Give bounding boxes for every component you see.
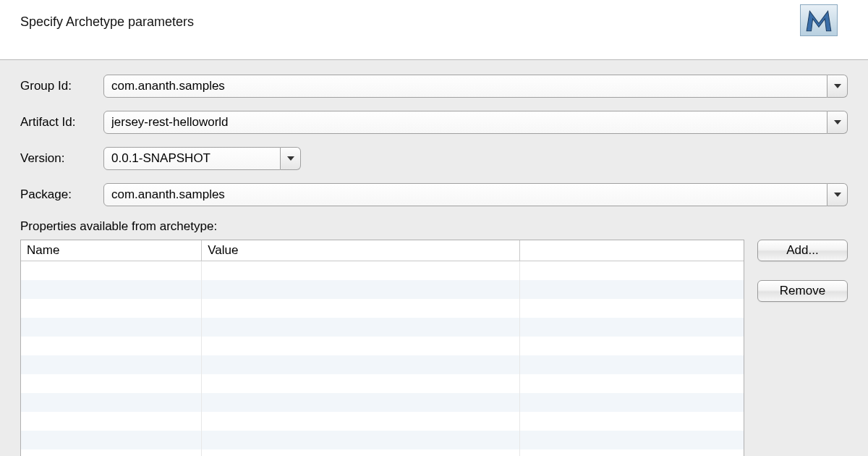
table-row[interactable] — [21, 393, 744, 412]
column-header-value[interactable]: Value — [202, 240, 520, 261]
row-package: Package: — [20, 183, 848, 206]
package-dropdown-button[interactable] — [827, 183, 848, 206]
row-group-id: Group Id: — [20, 75, 848, 98]
table-row[interactable] — [21, 299, 744, 318]
package-input[interactable] — [103, 183, 827, 206]
side-buttons: Add... Remove — [757, 240, 848, 302]
artifact-id-dropdown-button[interactable] — [827, 111, 848, 134]
version-dropdown-button[interactable] — [281, 147, 301, 170]
label-artifact-id: Artifact Id: — [20, 115, 103, 130]
artifact-id-input[interactable] — [103, 111, 827, 134]
row-artifact-id: Artifact Id: — [20, 111, 848, 134]
table-row[interactable] — [21, 337, 744, 355]
maven-m-icon — [800, 4, 838, 36]
table-row[interactable] — [21, 374, 744, 393]
chevron-down-icon — [834, 84, 841, 88]
group-id-input[interactable] — [103, 75, 827, 98]
combo-artifact-id — [103, 111, 848, 134]
column-header-empty[interactable] — [519, 240, 744, 261]
table-row[interactable] — [21, 280, 744, 299]
label-package: Package: — [20, 187, 103, 202]
label-version: Version: — [20, 151, 103, 166]
chevron-down-icon — [834, 193, 841, 197]
row-version: Version: — [20, 147, 848, 170]
table-row[interactable] — [21, 412, 744, 431]
page-title: Specify Archetype parameters — [20, 14, 194, 30]
label-group-id: Group Id: — [20, 79, 103, 93]
table-row[interactable] — [21, 431, 744, 449]
chevron-down-icon — [287, 156, 294, 161]
properties-table-body — [21, 261, 744, 457]
table-row[interactable] — [21, 355, 744, 374]
properties-wrap: Name Value — [20, 240, 848, 456]
table-row[interactable] — [21, 318, 744, 337]
combo-package — [103, 183, 848, 206]
table-row[interactable] — [21, 449, 744, 457]
properties-table-wrap: Name Value — [20, 240, 744, 456]
group-id-dropdown-button[interactable] — [827, 75, 848, 98]
table-row[interactable] — [21, 261, 744, 280]
chevron-down-icon — [834, 120, 841, 124]
form-area: Group Id: Artifact Id: Version: Package: — [0, 60, 868, 456]
column-header-name[interactable]: Name — [21, 240, 202, 261]
combo-group-id — [103, 75, 848, 98]
dialog-header: Specify Archetype parameters — [0, 0, 868, 60]
properties-table: Name Value — [21, 240, 744, 456]
version-input[interactable] — [103, 147, 281, 170]
add-button[interactable]: Add... — [757, 240, 848, 261]
remove-button[interactable]: Remove — [757, 280, 848, 302]
combo-version — [103, 147, 301, 170]
properties-section-label: Properties available from archetype: — [20, 219, 848, 234]
